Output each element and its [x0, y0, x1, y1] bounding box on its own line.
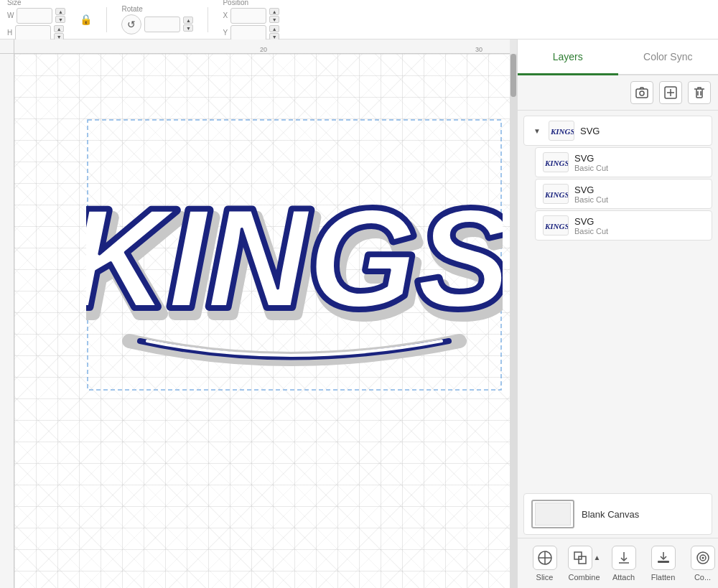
combine-arrow[interactable]: ▲ — [594, 554, 601, 561]
tab-layers[interactable]: Layers — [518, 39, 618, 75]
ruler-top: 20 30 — [14, 39, 510, 54]
svg-text:KINGS: KINGS — [86, 179, 503, 336]
rotate-group: Rotate ↺ ▲ ▼ — [121, 5, 193, 34]
x-label: X — [223, 11, 228, 19]
svg-rect-5 — [636, 89, 648, 98]
height-input[interactable] — [15, 25, 51, 41]
tabs-header: Layers Color Sync — [518, 39, 718, 75]
layer-info-1: SVG Basic Cut — [574, 153, 704, 172]
canvas-container[interactable]: 20 30 KINGS KINGS — [0, 39, 517, 588]
layer-info-3: SVG Basic Cut — [574, 216, 704, 235]
svg-text:KINGS: KINGS — [544, 159, 568, 167]
blank-canvas-label: Blank Canvas — [582, 509, 639, 520]
delete-icon-btn[interactable] — [688, 81, 711, 104]
add-icon — [664, 86, 677, 99]
expand-icon[interactable]: ▼ — [531, 125, 543, 136]
kings-svg: KINGS KINGS KINGS KINGS — [86, 118, 503, 391]
svg-text:KINGS: KINGS — [544, 222, 568, 230]
svg-text:KINGS: KINGS — [544, 190, 568, 199]
camera-icon-btn[interactable] — [630, 81, 653, 104]
layer-item-1[interactable]: KINGS SVG Basic Cut — [535, 147, 712, 177]
blank-canvas-row[interactable]: Blank Canvas — [523, 493, 712, 535]
attach-icon[interactable] — [612, 546, 636, 570]
ruler-mark-20: 20 — [258, 46, 267, 53]
flatten-icon[interactable] — [651, 546, 676, 570]
contour-label: Co... — [694, 573, 711, 582]
combine-label: Combine — [568, 573, 600, 582]
layer-info-2: SVG Basic Cut — [574, 185, 704, 204]
y-label: Y — [223, 29, 228, 37]
lock-icon[interactable]: 🔒 — [80, 14, 92, 25]
rotate-input[interactable] — [144, 17, 180, 32]
height-label: H — [7, 29, 12, 37]
combine-icon[interactable] — [568, 546, 592, 570]
slice-icon[interactable] — [533, 546, 557, 570]
x-down[interactable]: ▼ — [269, 16, 279, 23]
blank-canvas-inner — [535, 503, 571, 526]
rotate-down[interactable]: ▼ — [183, 24, 193, 32]
rotate-btn[interactable]: ↺ — [121, 14, 141, 34]
x-stepper[interactable]: ▲ ▼ — [269, 8, 279, 23]
width-stepper[interactable]: ▲ ▼ — [55, 8, 65, 23]
slice-tool[interactable]: Slice — [525, 546, 564, 582]
ruler-corner — [0, 39, 14, 54]
right-panel: Layers Color Sync — [517, 39, 718, 588]
main-area: 20 30 KINGS KINGS — [0, 39, 718, 588]
add-icon-btn[interactable] — [659, 81, 682, 104]
width-input[interactable] — [17, 8, 52, 24]
kings-logo-container[interactable]: KINGS KINGS KINGS KINGS — [86, 118, 503, 391]
layer-group-header[interactable]: ▼ KINGS SVG — [523, 116, 712, 146]
rotate-up[interactable]: ▲ — [183, 17, 193, 24]
x-input[interactable] — [230, 8, 266, 24]
y-input[interactable] — [230, 25, 266, 41]
attach-label: Attach — [612, 573, 635, 582]
group-info: SVG — [580, 126, 704, 136]
combine-tool[interactable]: ▲ Combine — [564, 546, 604, 582]
height-up[interactable]: ▲ — [54, 25, 64, 32]
svg-rect-19 — [574, 552, 582, 559]
svg-rect-20 — [579, 556, 586, 564]
divider-2 — [208, 7, 208, 32]
layer-thumb-3: KINGS — [543, 215, 569, 235]
scrollbar-thumb[interactable] — [510, 54, 516, 97]
width-down[interactable]: ▼ — [55, 16, 65, 23]
flatten-tool[interactable]: Flatten — [643, 546, 683, 582]
divider-1 — [106, 7, 107, 32]
tab-color-sync[interactable]: Color Sync — [618, 39, 719, 75]
svg-point-6 — [640, 91, 644, 95]
width-label: W — [7, 11, 14, 19]
scrollbar-right[interactable] — [510, 54, 517, 588]
size-label: Size — [7, 0, 21, 6]
y-up[interactable]: ▲ — [269, 25, 279, 32]
position-label: Position — [223, 0, 248, 6]
layer-item-3[interactable]: KINGS SVG Basic Cut — [535, 210, 712, 241]
panel-toolbar — [518, 75, 718, 111]
width-up[interactable]: ▲ — [55, 8, 65, 15]
blank-canvas-preview — [531, 500, 574, 528]
layer-item-2[interactable]: KINGS SVG Basic Cut — [535, 179, 712, 209]
camera-icon — [635, 86, 648, 99]
rotate-stepper[interactable]: ▲ ▼ — [183, 17, 193, 32]
flatten-label: Flatten — [651, 573, 676, 582]
main-toolbar: Size W ▲ ▼ H ▲ ▼ 🔒 Rotate ↺ ▲ ▼ — [0, 0, 718, 39]
slice-label: Slice — [536, 573, 554, 582]
x-up[interactable]: ▲ — [269, 8, 279, 15]
contour-tool[interactable]: Co... — [683, 546, 718, 582]
size-group: Size W ▲ ▼ H ▲ ▼ — [7, 0, 65, 41]
svg-rect-21 — [658, 561, 669, 563]
ruler-mark-30: 30 — [474, 46, 482, 53]
delete-icon — [693, 86, 706, 99]
layers-list[interactable]: ▼ KINGS SVG KINGS SVG — [518, 111, 718, 490]
svg-text:KINGS: KINGS — [550, 127, 574, 136]
position-group: Position X ▲ ▼ Y ▲ ▼ — [223, 0, 279, 41]
layer-thumb-1: KINGS — [543, 152, 569, 172]
height-stepper[interactable]: ▲ ▼ — [54, 25, 64, 40]
attach-tool[interactable]: Attach — [604, 546, 643, 582]
contour-icon[interactable] — [691, 546, 715, 570]
bottom-panel: Slice ▲ Combine — [518, 538, 718, 588]
rotate-label: Rotate — [121, 5, 142, 13]
ruler-left — [0, 54, 14, 588]
grid-canvas[interactable]: KINGS KINGS KINGS KINGS — [14, 54, 510, 588]
y-stepper[interactable]: ▲ ▼ — [269, 25, 279, 40]
group-thumb: KINGS — [549, 121, 574, 141]
